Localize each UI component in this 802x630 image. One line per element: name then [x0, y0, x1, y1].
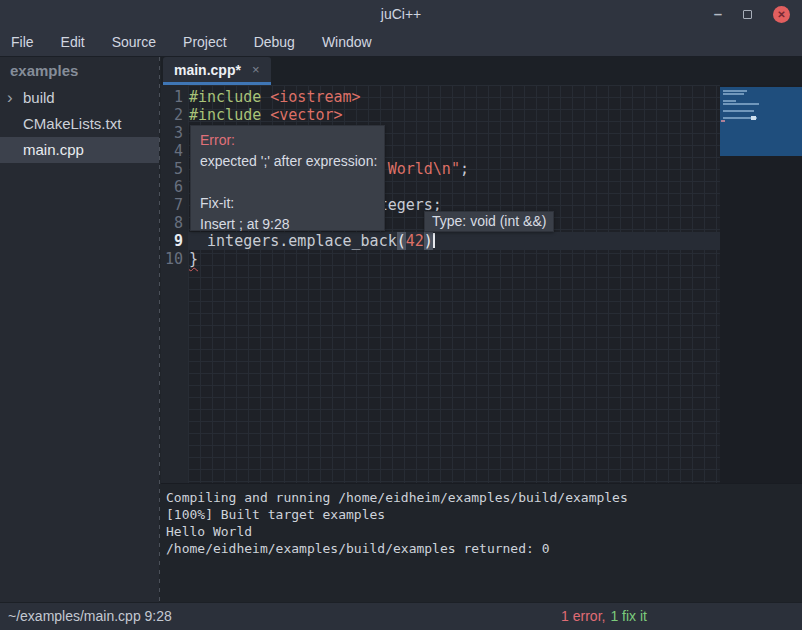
code-token: ( — [397, 232, 406, 250]
code-line-10[interactable]: } — [188, 250, 720, 268]
tree-item-label: build — [23, 89, 55, 106]
editor-pane: main.cpp* × 12345678910 #include <iostre… — [161, 57, 802, 602]
chevron-right-icon[interactable]: › — [7, 85, 13, 110]
code-line-1[interactable]: #include <iostream> — [188, 88, 720, 106]
status-fixit-count: 1 fix it — [610, 608, 647, 624]
line-number: 9 — [161, 232, 188, 250]
status-file-location: ~/examples/main.cpp 9:28 — [8, 603, 172, 630]
code-token: #include — [189, 106, 270, 124]
minimap-code-line — [721, 120, 725, 122]
code-token: <iostream> — [270, 88, 360, 106]
minimap-code-line — [723, 103, 759, 105]
status-bar: ~/examples/main.cpp 9:28 1 error,1 fix i… — [0, 602, 802, 630]
tree-item-label: CMakeLists.txt — [23, 115, 121, 132]
minimap[interactable] — [720, 85, 802, 483]
project-name: examples — [0, 57, 159, 85]
minimap-code-line — [723, 93, 744, 95]
line-number: 1 — [161, 88, 188, 106]
line-number: 8 — [161, 214, 188, 232]
window-title: juCi++ — [0, 0, 802, 28]
diagnostic-spacer — [200, 172, 375, 193]
diagnostic-error-message: expected ';' after expression: — [200, 151, 375, 172]
code-token: } — [189, 250, 198, 268]
diagnostic-fixit-message: Insert ; at 9:28 — [200, 214, 375, 235]
diagnostic-error-title: Error: — [200, 130, 375, 151]
line-number: 7 — [161, 196, 188, 214]
minimize-button[interactable]: – — [714, 9, 722, 19]
status-diagnostics: 1 error,1 fix it — [561, 603, 647, 630]
status-error-count: 1 error, — [561, 608, 605, 624]
code-editor[interactable]: 12345678910 #include <iostream>#include … — [161, 85, 802, 483]
build-output-terminal[interactable]: Compiling and running /home/eidheim/exam… — [161, 483, 802, 602]
line-number: 3 — [161, 124, 188, 142]
menu-debug[interactable]: Debug — [247, 28, 302, 56]
title-bar[interactable]: juCi++ – ✕ — [0, 0, 802, 28]
terminal-line: [100%] Built target examples — [166, 506, 802, 523]
code-token: 42 — [406, 232, 424, 250]
tree-item-build[interactable]: ›build — [0, 85, 159, 111]
menu-window[interactable]: Window — [315, 28, 379, 56]
file-browser-sidebar: examples ›buildCMakeLists.txtmain.cpp — [0, 57, 159, 602]
minimap-code-line — [723, 100, 736, 102]
tree-item-label: main.cpp — [23, 141, 84, 158]
type-info-tooltip: Type: void (int &&) — [424, 211, 554, 232]
close-button[interactable]: ✕ — [773, 6, 790, 23]
app-window: juCi++ – ✕ FileEditSourceProjectDebugWin… — [0, 0, 802, 630]
diagnostic-tooltip: Error: expected ';' after expression: Fi… — [190, 125, 385, 231]
tab-main-cpp[interactable]: main.cpp* × — [163, 57, 271, 85]
line-number: 6 — [161, 178, 188, 196]
terminal-line: Hello World — [166, 523, 802, 540]
minimap-code-line — [723, 90, 747, 92]
menu-file[interactable]: File — [4, 28, 41, 56]
terminal-line: /home/eidheim/examples/build/examples re… — [166, 540, 802, 557]
main-area: examples ›buildCMakeLists.txtmain.cpp ma… — [0, 57, 802, 602]
minimap-cursor-mark — [751, 116, 756, 120]
text-cursor — [433, 233, 435, 248]
menu-bar: FileEditSourceProjectDebugWindow — [0, 28, 802, 57]
file-tree: ›buildCMakeLists.txtmain.cpp — [0, 85, 159, 163]
terminal-line: Compiling and running /home/eidheim/exam… — [166, 489, 802, 506]
line-number: 10 — [161, 250, 188, 268]
code-token: <vector> — [270, 106, 342, 124]
line-number: 2 — [161, 106, 188, 124]
tab-bar: main.cpp* × — [161, 57, 802, 85]
menu-source[interactable]: Source — [105, 28, 163, 56]
line-number: 5 — [161, 160, 188, 178]
menu-project[interactable]: Project — [176, 28, 234, 56]
minimap-code-line — [723, 110, 754, 112]
tree-item-main-cpp[interactable]: main.cpp — [0, 137, 159, 163]
window-controls: – ✕ — [714, 0, 790, 28]
tab-label: main.cpp* — [174, 62, 241, 78]
diagnostic-fixit-title: Fix-it: — [200, 193, 375, 214]
tab-close-icon[interactable]: × — [252, 63, 260, 77]
code-token: ; — [460, 160, 469, 178]
minimap-visible-region[interactable] — [720, 87, 802, 156]
line-number: 4 — [161, 142, 188, 160]
tree-item-cmakelists-txt[interactable]: CMakeLists.txt — [0, 111, 159, 137]
menu-edit[interactable]: Edit — [54, 28, 92, 56]
code-line-2[interactable]: #include <vector> — [188, 106, 720, 124]
code-token: #include — [189, 88, 270, 106]
restore-button[interactable] — [743, 10, 752, 19]
code-token: ) — [424, 232, 433, 250]
line-number-gutter: 12345678910 — [161, 85, 188, 483]
